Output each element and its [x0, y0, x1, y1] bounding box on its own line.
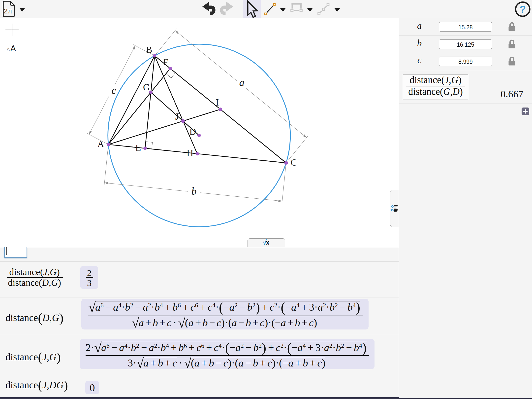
svg-text:b: b: [191, 185, 197, 197]
svg-text:a: a: [239, 77, 245, 88]
svg-text:A: A: [10, 44, 16, 53]
svg-text:C: C: [291, 157, 297, 168]
svg-text:G: G: [143, 82, 150, 92]
svg-text:?: ?: [520, 3, 526, 15]
svg-text:J: J: [175, 111, 179, 122]
svg-text:F: F: [163, 57, 168, 67]
svg-text:I: I: [216, 97, 219, 108]
svg-text:E: E: [135, 143, 141, 153]
svg-text:H: H: [187, 148, 193, 158]
svg-text:D: D: [189, 127, 196, 137]
svg-text:2π: 2π: [4, 7, 13, 15]
svg-text:A: A: [97, 139, 104, 149]
svg-text:c: c: [112, 85, 116, 96]
svg-text:A: A: [7, 47, 10, 52]
svg-text:B: B: [146, 45, 152, 55]
